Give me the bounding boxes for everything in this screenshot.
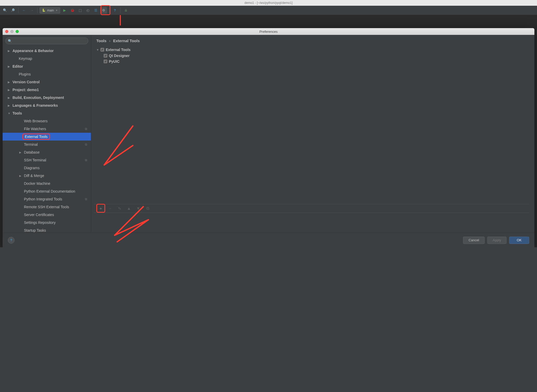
- tree-item-label: Server Certificates: [24, 213, 54, 217]
- update-icon[interactable]: ⇊: [123, 7, 129, 14]
- editor-backdrop: Preferences 🔍 ▶Appearance & BehaviorKeym…: [0, 15, 537, 247]
- chevron-down-icon: ▼: [96, 48, 99, 51]
- copy-tool-button[interactable]: ⧉: [145, 206, 151, 211]
- tree-item-label: Database: [24, 150, 40, 154]
- tree-item-label: Diff & Merge: [24, 174, 44, 178]
- tool-label: Qt Designer: [109, 54, 129, 58]
- search-icon: 🔍: [8, 39, 12, 43]
- tree-item-languages-frameworks[interactable]: ▶Languages & Frameworks: [3, 102, 91, 109]
- remove-tool-button[interactable]: －: [107, 206, 113, 211]
- tree-item-python-integrated-tools[interactable]: Python Integrated Tools⧉: [3, 195, 91, 203]
- tree-item-terminal[interactable]: Terminal⧉: [3, 141, 91, 148]
- ok-button[interactable]: OK: [509, 237, 529, 244]
- back-icon[interactable]: ←: [21, 7, 27, 14]
- tree-item-editor[interactable]: ▶Editor: [3, 62, 91, 70]
- chevron-icon: ▶: [8, 88, 13, 91]
- help-icon[interactable]: ?: [111, 7, 118, 14]
- tree-item-version-control[interactable]: ▶Version Control: [3, 78, 91, 86]
- external-tools-group[interactable]: ▼ ✓ External Tools: [96, 47, 529, 53]
- tree-item-label: Startup Tasks: [24, 228, 46, 232]
- tree-item-external-tools[interactable]: External Tools: [3, 133, 91, 141]
- settings-main-panel: Tools › External Tools ▼ ✓ External Tool…: [91, 35, 534, 233]
- tree-item-appearance-behavior[interactable]: ▶Appearance & Behavior: [3, 47, 91, 55]
- tree-item-plugins[interactable]: Plugins: [3, 70, 91, 78]
- tool-checkbox[interactable]: ✓: [104, 60, 107, 63]
- copy-icon: ⧉: [85, 197, 87, 201]
- tree-item-label: Plugins: [19, 72, 31, 76]
- group-label: External Tools: [106, 48, 130, 52]
- dialog-button-row: ? Cancel Apply OK: [3, 233, 534, 247]
- tree-item-web-browsers[interactable]: Web Browsers: [3, 117, 91, 125]
- tree-item-docker-machine[interactable]: Docker Machine: [3, 180, 91, 187]
- group-checkbox[interactable]: ✓: [101, 48, 104, 52]
- tree-item-label: Terminal: [24, 142, 38, 147]
- chevron-icon: ▶: [8, 104, 13, 107]
- tool-actions-bar: ＋ － ✎ ▲ ▼ ⧉: [94, 204, 529, 213]
- tree-item-file-watchers[interactable]: File Watchers⧉: [3, 125, 91, 133]
- tree-item-startup-tasks[interactable]: Startup Tasks: [3, 226, 91, 233]
- apply-button[interactable]: Apply: [487, 237, 507, 244]
- find-class-icon[interactable]: 🔎: [9, 7, 16, 14]
- tree-item-label: Languages & Frameworks: [13, 103, 58, 108]
- copy-icon: ⧉: [85, 143, 87, 146]
- coverage-icon[interactable]: ⬚: [77, 7, 84, 14]
- tree-item-server-certificates[interactable]: Server Certificates: [3, 211, 91, 219]
- tree-item-label: Web Browsers: [24, 119, 48, 123]
- tree-item-build-execution-deployment[interactable]: ▶Build, Execution, Deployment: [3, 94, 91, 102]
- tree-item-settings-repository[interactable]: Settings Repository: [3, 219, 91, 226]
- tree-item-remote-ssh-external-tools[interactable]: Remote SSH External Tools: [3, 203, 91, 211]
- search-icon[interactable]: 🔍: [2, 7, 8, 14]
- profile-icon[interactable]: ◴: [85, 7, 91, 14]
- dialog-title: Preferences: [3, 30, 534, 34]
- search-input[interactable]: [5, 37, 88, 44]
- settings-icon[interactable]: ⚙: [100, 7, 107, 14]
- tree-item-project-demo1[interactable]: ▶Project: demo1: [3, 86, 91, 94]
- tree-item-label: Tools: [13, 111, 22, 115]
- help-button[interactable]: ?: [8, 237, 15, 244]
- tree-item-label: Docker Machine: [24, 181, 50, 186]
- tree-item-python-external-documentation[interactable]: Python External Documentation: [3, 187, 91, 195]
- chevron-icon: ▶: [8, 65, 13, 68]
- tree-item-label: External Tools: [24, 135, 50, 139]
- tree-item-label: Keymap: [19, 56, 32, 61]
- forward-icon[interactable]: →: [28, 7, 35, 14]
- move-up-button[interactable]: ▲: [126, 206, 132, 211]
- tree-item-label: Editor: [13, 64, 23, 68]
- tree-item-label: Python Integrated Tools: [24, 197, 62, 201]
- external-tools-tree[interactable]: ▼ ✓ External Tools ✓Qt Designer✓PyUIC: [91, 46, 534, 65]
- tool-label: PyUIC: [109, 59, 120, 64]
- tree-item-keymap[interactable]: Keymap: [3, 55, 91, 62]
- external-tool-item[interactable]: ✓Qt Designer: [96, 53, 529, 59]
- add-tool-button[interactable]: ＋: [98, 206, 104, 211]
- toolbar-separator: [18, 8, 18, 13]
- debug-icon[interactable]: 🐞: [69, 7, 76, 14]
- tree-item-label: Remote SSH External Tools: [24, 205, 69, 209]
- main-toolbar: 🔍 🔎 ← → 🐍 main ▼ ▶ 🐞 ⬚ ◴ ☰ ⚙ ? ⇊: [0, 6, 537, 15]
- breadcrumb-root[interactable]: Tools: [96, 39, 107, 43]
- edit-tool-button[interactable]: ✎: [117, 206, 122, 211]
- toolbar-separator: [109, 8, 109, 13]
- run-config-name: main: [47, 9, 54, 12]
- cancel-button[interactable]: Cancel: [463, 237, 484, 244]
- settings-tree[interactable]: ▶Appearance & BehaviorKeymap▶EditorPlugi…: [3, 47, 91, 233]
- copy-icon: ⧉: [85, 127, 87, 131]
- concurrency-icon[interactable]: ☰: [92, 7, 99, 14]
- tree-item-label: SSH Terminal: [24, 158, 46, 162]
- tree-item-label: Appearance & Behavior: [13, 49, 54, 53]
- toolbar-separator: [37, 8, 38, 13]
- tree-item-ssh-terminal[interactable]: SSH Terminal⧉: [3, 156, 91, 164]
- external-tool-item[interactable]: ✓PyUIC: [96, 59, 529, 64]
- tree-item-tools[interactable]: ▼Tools: [3, 109, 91, 117]
- tree-item-diff-merge[interactable]: ▶Diff & Merge: [3, 172, 91, 180]
- run-config-selector[interactable]: 🐍 main ▼: [40, 7, 60, 14]
- move-down-button[interactable]: ▼: [135, 206, 141, 211]
- tree-item-database[interactable]: ▶Database: [3, 148, 91, 156]
- chevron-icon: ▶: [19, 174, 24, 177]
- preferences-dialog: Preferences 🔍 ▶Appearance & BehaviorKeym…: [3, 28, 534, 247]
- tool-checkbox[interactable]: ✓: [104, 54, 107, 58]
- annotation-box-2: External Tools: [22, 134, 50, 140]
- tree-item-diagrams[interactable]: Diagrams: [3, 164, 91, 172]
- run-icon[interactable]: ▶: [61, 7, 68, 14]
- copy-icon: ⧉: [85, 158, 87, 162]
- tree-item-label: Build, Execution, Deployment: [13, 96, 64, 100]
